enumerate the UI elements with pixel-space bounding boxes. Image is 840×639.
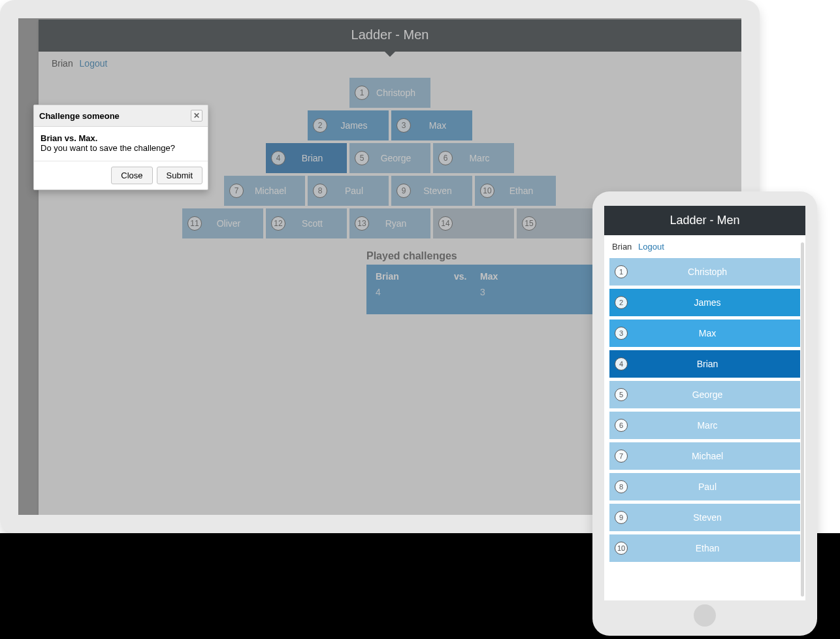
player-name: Ethan [615, 543, 800, 553]
ladder-row: 2James3Max [308, 110, 472, 140]
match-p1-rank: 4 [376, 287, 447, 308]
player-name: Michael [615, 451, 800, 461]
player-name: Christoph [361, 88, 430, 98]
ladder-cell[interactable]: 3Max [391, 110, 472, 140]
ladder-cell[interactable]: 1Christoph [349, 78, 430, 108]
ladder-row: 11Oliver12Scott13Ryan1415 [182, 208, 598, 238]
ladder-cell[interactable]: 13Ryan [349, 208, 430, 238]
player-name: George [615, 389, 800, 400]
phone-ladder-item[interactable]: 8Paul [609, 473, 800, 500]
phone-user-bar: Brian Logout [604, 235, 805, 258]
phone-ladder-list: 1Christoph2James3Max4Brian5George6Marc7M… [604, 258, 805, 562]
ladder-cell[interactable]: 5George [349, 143, 430, 173]
player-name: Christoph [615, 267, 800, 277]
player-name: Marc [445, 153, 514, 163]
match-sub-spacer [454, 287, 474, 308]
player-name: Brian [615, 359, 800, 369]
phone-ladder-item[interactable]: 6Marc [609, 412, 800, 439]
challenge-dialog: Challenge someone ✕ Brian vs. Max. Do yo… [33, 105, 208, 190]
phone-screen: Ladder - Men Brian Logout 1Christoph2Jam… [604, 206, 805, 600]
player-name: Ryan [361, 218, 430, 229]
ladder-cell[interactable]: 8Paul [308, 176, 389, 206]
match-player1: Brian [376, 271, 447, 282]
player-name: James [615, 297, 800, 308]
dialog-message: Do you want to save the challenge? [40, 143, 201, 153]
player-name: Marc [615, 420, 800, 431]
ladder-cell[interactable]: 10Ethan [475, 176, 556, 206]
match-vs: vs. [454, 271, 474, 282]
player-name: Paul [319, 186, 389, 196]
phone-ladder-item[interactable]: 10Ethan [609, 534, 800, 562]
close-icon[interactable]: ✕ [191, 110, 202, 122]
ladder-cell[interactable]: 12Scott [266, 208, 347, 238]
phone-ladder-item[interactable]: 7Michael [609, 442, 800, 470]
rank-badge: 15 [522, 216, 536, 231]
dialog-title: Challenge someone [39, 111, 120, 121]
ladder-cell[interactable]: 7Michael [224, 176, 305, 206]
submit-button[interactable]: Submit [157, 167, 202, 184]
phone-home-button[interactable] [694, 604, 716, 627]
phone-ladder-item[interactable]: 2James [609, 289, 800, 316]
player-name: Scott [278, 218, 347, 229]
dialog-body: Brian vs. Max. Do you want to save the c… [34, 127, 208, 161]
ladder-row: 7Michael8Paul9Steven10Ethan [224, 176, 556, 206]
player-name: Max [615, 328, 800, 338]
dialog-header: Challenge someone ✕ [34, 105, 208, 127]
close-button[interactable]: Close [111, 167, 152, 184]
ladder-cell[interactable]: 6Marc [433, 143, 514, 173]
match-player2: Max [480, 271, 539, 282]
page-title: Ladder - Men [39, 20, 741, 52]
player-name: Brian [278, 153, 347, 163]
ladder-cell[interactable]: 2James [308, 110, 389, 140]
phone-page-title: Ladder - Men [604, 206, 805, 235]
player-name: Max [403, 120, 472, 131]
player-name: Steven [403, 186, 472, 196]
phone-frame: Ladder - Men Brian Logout 1Christoph2Jam… [592, 191, 817, 636]
phone-scrollbar[interactable] [801, 242, 804, 597]
dialog-footer: Close Submit [34, 161, 208, 189]
phone-current-user: Brian [612, 242, 632, 252]
player-name: George [361, 153, 430, 163]
ladder-cell: 14 [433, 208, 514, 238]
ladder-row: 1Christoph [349, 78, 430, 108]
phone-ladder-item[interactable]: 1Christoph [609, 258, 800, 286]
phone-ladder-item[interactable]: 3Max [609, 320, 800, 347]
player-name: Ethan [487, 186, 556, 196]
dialog-headline: Brian vs. Max. [40, 133, 201, 143]
logout-link[interactable]: Logout [80, 58, 108, 69]
ladder-cell[interactable]: 9Steven [391, 176, 472, 206]
phone-ladder-item[interactable]: 9Steven [609, 504, 800, 531]
player-name: Paul [615, 482, 800, 492]
ladder-cell[interactable]: 11Oliver [182, 208, 263, 238]
ladder-row: 4Brian5George6Marc [266, 143, 514, 173]
player-name: Steven [615, 512, 800, 523]
player-name: Oliver [194, 218, 263, 229]
player-name: James [319, 120, 389, 131]
phone-logout-link[interactable]: Logout [638, 242, 664, 252]
phone-ladder-item[interactable]: 5George [609, 381, 800, 408]
rank-badge: 14 [438, 216, 453, 231]
current-user: Brian [52, 58, 73, 69]
match-p2-rank: 3 [480, 287, 539, 308]
ladder-cell: 15 [517, 208, 598, 238]
player-name: Michael [236, 186, 305, 196]
ladder-cell[interactable]: 4Brian [266, 143, 347, 173]
phone-ladder-item[interactable]: 4Brian [609, 350, 800, 378]
